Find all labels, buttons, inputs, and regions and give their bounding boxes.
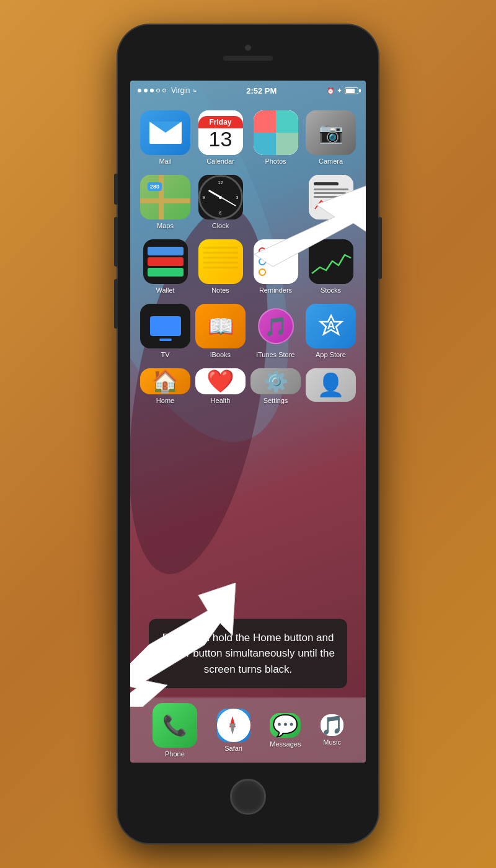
needle-south [229, 724, 236, 735]
app-contacts[interactable]: 👤 [306, 368, 356, 404]
speaker-grille [223, 56, 273, 61]
front-camera [245, 45, 251, 51]
news-icon-img [309, 175, 353, 219]
rem-dot-1 [259, 247, 266, 255]
safari-needle [232, 716, 235, 735]
photo-q1 [254, 110, 276, 133]
app-news[interactable]: News [306, 175, 356, 229]
status-bar: Virgin ≈ 2:52 PM ⏰ ✦ [130, 81, 366, 100]
app-stocks[interactable]: Stocks [306, 239, 356, 294]
notes-lines [198, 239, 243, 273]
notes-icon-img [198, 239, 243, 284]
app-home[interactable]: 🏠 Home [140, 368, 190, 404]
phone-bottom [118, 763, 378, 831]
dock-app-music[interactable]: 🎵 Music [321, 714, 343, 746]
app-clock[interactable]: 12 6 3 9 Clock [195, 175, 246, 229]
wallet-card-2 [148, 257, 184, 266]
note-line-5 [203, 267, 238, 268]
bluetooth-icon: ✦ [337, 87, 342, 95]
rem-row-3 [259, 268, 266, 276]
signal-dot-4 [156, 89, 160, 92]
iphone-device: Virgin ≈ 2:52 PM ⏰ ✦ Mail [118, 25, 378, 843]
reminders-label: Reminders [259, 286, 292, 294]
signal-dot-1 [138, 89, 141, 92]
app-calendar[interactable]: Friday 13 Calendar [195, 110, 246, 165]
app-maps[interactable]: 280 Maps [140, 175, 190, 229]
home-button[interactable] [230, 779, 266, 815]
status-left: Virgin ≈ [138, 86, 197, 95]
reminders-inner [254, 239, 298, 284]
app-notes[interactable]: Notes [195, 239, 246, 294]
clock-6: 6 [219, 211, 222, 215]
app-ibooks[interactable]: 📖 iBooks [195, 304, 246, 358]
wallet-icon-img [143, 239, 188, 284]
svg-rect-2 [314, 188, 348, 190]
dock-app-safari[interactable]: Safari [217, 709, 250, 752]
safari-compass [217, 709, 250, 742]
calendar-icon-img: Friday 13 [198, 110, 243, 155]
news-label: News [322, 222, 340, 229]
itunes-label: iTunes Store [257, 351, 295, 358]
reminders-icon-img [254, 239, 298, 284]
signal-dot-5 [162, 89, 166, 92]
clock-icon-img: 12 6 3 9 [198, 175, 243, 219]
camera-icon-img: 📷 [306, 110, 356, 155]
note-line-2 [203, 252, 238, 254]
app-itunes[interactable]: 🎵 iTunes Store [250, 304, 301, 358]
rem-dot-3 [259, 268, 266, 276]
dock-music-label: Music [323, 738, 341, 746]
dock-safari-label: Safari [224, 745, 242, 752]
app-reminders[interactable]: Reminders [250, 239, 301, 294]
dock-safari-icon-img [217, 709, 250, 742]
wifi-icon: ≈ [192, 87, 196, 94]
tooltip-text: Press and hold the Home button and power… [161, 632, 335, 675]
alarm-icon: ⏰ [327, 87, 334, 94]
photo-q4 [276, 133, 298, 155]
wallet-cards [148, 239, 184, 284]
note-line-4 [203, 262, 238, 264]
app-mail[interactable]: Mail [140, 110, 190, 165]
svg-rect-4 [314, 196, 343, 198]
carrier-label: Virgin [171, 86, 190, 95]
app-settings[interactable]: ⚙️ Settings [250, 368, 301, 404]
mail-icon-img [140, 110, 190, 155]
dock: 📞 Phone Safari 💬 [130, 698, 366, 763]
dock-phone-label: Phone [165, 750, 185, 758]
stocks-svg [309, 239, 353, 284]
signal-dot-3 [150, 89, 154, 92]
dock-app-phone[interactable]: 📞 Phone [153, 703, 197, 758]
clock-label: Clock [212, 222, 229, 229]
app-health[interactable]: ❤️ Health [195, 368, 246, 404]
photos-icon-img [254, 110, 298, 155]
app-tv[interactable]: TV [140, 304, 190, 358]
tv-icon-img [140, 304, 190, 348]
map-road-h [140, 198, 190, 203]
app-appstore[interactable]: A App Store [306, 304, 356, 358]
camera-label: Camera [319, 157, 343, 165]
mail-label: Mail [159, 157, 171, 165]
dock-phone-icon-img: 📞 [153, 703, 197, 748]
clock-3: 3 [236, 195, 239, 200]
photos-label: Photos [265, 157, 286, 165]
itunes-icon-img: 🎵 [258, 308, 294, 344]
app-camera[interactable]: 📷 Camera [306, 110, 356, 165]
battery-fill [346, 89, 355, 93]
volume-up-button [114, 217, 118, 267]
tv-inner-wrap [150, 316, 181, 336]
photo-q2 [276, 110, 298, 133]
app-wallet[interactable]: Wallet [140, 239, 190, 294]
clock-face: 12 6 3 9 [198, 175, 243, 219]
svg-rect-3 [314, 192, 346, 194]
app-photos[interactable]: Photos [250, 110, 301, 165]
note-line-3 [203, 257, 238, 259]
calendar-inner: Friday 13 [198, 110, 243, 155]
photos-grid [254, 110, 298, 155]
dock-app-messages[interactable]: 💬 Messages [270, 713, 301, 748]
volume-down-button [114, 279, 118, 329]
clock-9: 9 [203, 195, 205, 200]
rem-dot-2 [259, 258, 266, 265]
rem-row-1 [259, 247, 266, 255]
clock-center [219, 196, 222, 199]
wallet-label: Wallet [156, 286, 174, 294]
photo-q3 [254, 133, 276, 155]
